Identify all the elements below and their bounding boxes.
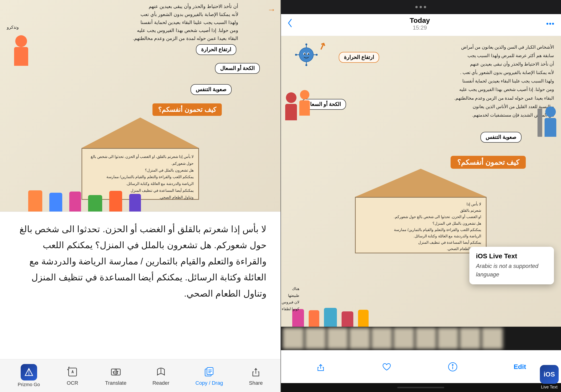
thumbnail-3[interactable] xyxy=(327,328,348,349)
prizmo-app-icon xyxy=(21,364,37,381)
toolbar-ocr[interactable]: A OCR xyxy=(66,365,79,386)
breathing-badge-right: صعوبة التنفس xyxy=(479,130,523,144)
live-text-tooltip-title: iOS Live Text xyxy=(476,252,547,260)
arabic-body-text-top: أن تأخذ الاحتياط والحذر وأن يبقى بعيدين … xyxy=(74,2,238,42)
svg-point-24 xyxy=(305,44,307,45)
status-dot-3 xyxy=(424,6,426,8)
home-indicator-area xyxy=(280,383,561,392)
house-title-left: كيف تحمون أنفسكم؟ xyxy=(152,103,222,116)
thumbnail-2[interactable] xyxy=(305,328,326,349)
live-text-badge-label: Live Text xyxy=(541,385,558,390)
left-margin-text-right: هناكطبيعتهالان فيروسكونوا لطفاء xyxy=(280,285,299,313)
person-illustration-1 xyxy=(7,35,35,77)
thumbnail-strip xyxy=(280,327,561,350)
svg-point-30 xyxy=(316,54,318,56)
iphone-container: Today 15:29 xyxy=(280,0,561,392)
bottom-toolbar-left: Prizmo Go A OCR xyxy=(0,359,280,392)
medical-illustrations xyxy=(538,107,556,137)
ios-live-text-badge: iOS Live Text xyxy=(540,365,559,390)
copy-drag-icon xyxy=(203,365,216,379)
live-text-tooltip: iOS Live Text Arabic is not a supported … xyxy=(469,247,554,284)
photos-title: Today xyxy=(410,16,430,24)
photos-like-btn[interactable] xyxy=(381,362,392,372)
thumbnail-4[interactable] xyxy=(349,328,370,349)
thumbnail-9[interactable] xyxy=(460,328,481,349)
ios-icon: iOS xyxy=(540,365,559,384)
share-icon xyxy=(249,365,262,379)
bottom-characters xyxy=(23,164,280,211)
svg-line-11 xyxy=(113,373,114,374)
photos-bottom-bar: Edit xyxy=(280,350,561,383)
thumbnail-1[interactable] xyxy=(283,328,304,349)
heart-icon xyxy=(381,362,392,372)
more-options-btn[interactable] xyxy=(546,23,554,25)
svg-point-33 xyxy=(304,53,305,55)
status-dots xyxy=(415,6,426,8)
symptom-breathing-badge-left: صعوبة التنفس xyxy=(189,82,234,97)
app-icon-prizmo: Prizmo Go xyxy=(18,364,40,387)
photos-header: Today 15:29 xyxy=(280,14,561,36)
ocr-icon: A xyxy=(66,365,79,379)
thumbnail-7[interactable] xyxy=(415,328,436,349)
main-container: → أن تأخذ الاحتياط والحذر وأن يبقى بعيدي… xyxy=(0,0,561,392)
home-indicator xyxy=(397,387,444,388)
edit-label: Edit xyxy=(514,363,526,370)
back-button[interactable] xyxy=(288,18,293,29)
house-characters xyxy=(292,289,561,327)
infographic-background: → أن تأخذ الاحتياط والحذر وأن يبقى بعيدي… xyxy=(0,0,280,211)
prizmo-app-label: Prizmo Go xyxy=(18,382,40,387)
status-dot-2 xyxy=(420,6,422,8)
photo-content: ↗ ارتفاع الحرارة الأشخاص الكبار في السن … xyxy=(280,36,561,327)
panel-divider xyxy=(280,0,281,392)
ocr-label: OCR xyxy=(67,380,78,386)
svg-point-26 xyxy=(305,64,307,66)
info-icon xyxy=(448,362,458,372)
toolbar-copy-drag[interactable]: Copy / Drag xyxy=(195,365,223,386)
share-label: Share xyxy=(249,380,263,386)
symptom-cough-badge-left: الكحة أو السعال xyxy=(213,61,262,76)
orange-arrow-right: ↗ xyxy=(316,40,328,53)
svg-point-22 xyxy=(299,48,313,62)
document-area: → أن تأخذ الاحتياط والحذر وأن يبقى بعيدي… xyxy=(0,0,280,211)
right-panel: Today 15:29 xyxy=(280,0,561,392)
svg-point-28 xyxy=(295,54,297,56)
svg-point-38 xyxy=(452,364,453,365)
prizmo-logo-icon xyxy=(24,367,34,377)
thumbnail-5[interactable] xyxy=(371,328,392,349)
live-text-tooltip-body: Arabic is not a supported language xyxy=(476,262,547,279)
photos-edit-btn[interactable]: Edit xyxy=(514,363,526,370)
left-panel: → أن تأخذ الاحتياط والحذر وأن يبقى بعيدي… xyxy=(0,0,280,392)
status-dot-1 xyxy=(415,6,418,8)
toolbar-share[interactable]: Share xyxy=(249,365,263,386)
photos-title-group: Today 15:29 xyxy=(410,16,430,31)
status-bar xyxy=(280,0,561,14)
photos-share-btn[interactable] xyxy=(315,362,326,372)
thumbnail-10[interactable] xyxy=(482,328,503,349)
house-title-right: كيف تحمون أنفسكم؟ xyxy=(451,156,526,169)
person-illustrations-right xyxy=(285,90,310,120)
photos-info-btn[interactable] xyxy=(448,362,458,372)
reader-label: Reader xyxy=(152,380,169,386)
translate-label: Translate xyxy=(105,380,126,386)
fever-badge-right: ارتفاع الحرارة xyxy=(337,50,381,65)
extracted-arabic-text: لا بأس إذا شعرتم بالقلق أو الغضب أو الحز… xyxy=(14,221,266,302)
left-margin-text: وتذكرو xyxy=(0,23,19,31)
toolbar-translate[interactable]: Translate xyxy=(105,365,126,386)
svg-point-34 xyxy=(308,53,309,55)
toolbar-reader[interactable]: Reader xyxy=(152,365,169,386)
orange-arrow-decoration: → xyxy=(267,5,276,15)
house-section-right: كيف تحمون أنفسكم؟ لا بأس إذا شعرتم بالقل… xyxy=(280,156,561,327)
photo-viewer[interactable]: ↗ ارتفاع الحرارة الأشخاص الكبار في السن … xyxy=(280,36,561,327)
extracted-text-panel: لا بأس إذا شعرتم بالقلق أو الغضب أو الحز… xyxy=(0,211,280,359)
thumbnail-6[interactable] xyxy=(393,328,414,349)
photos-share-icon xyxy=(315,362,326,372)
thumbnail-8[interactable] xyxy=(437,328,459,349)
translate-icon xyxy=(109,365,122,379)
svg-text:A: A xyxy=(71,370,74,374)
symptom-fever-badge-left: ارتفاع الحرارة xyxy=(194,42,238,57)
copy-drag-label: Copy / Drag xyxy=(195,380,223,386)
photos-time: 15:29 xyxy=(410,24,430,31)
virus-illustration xyxy=(295,43,318,67)
reader-icon xyxy=(154,365,168,379)
